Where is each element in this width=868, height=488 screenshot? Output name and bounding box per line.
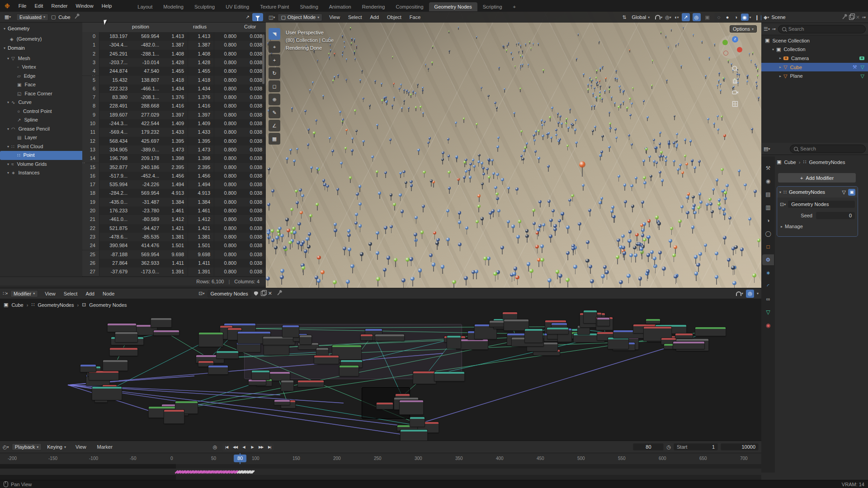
graph-node[interactable] (675, 333, 693, 338)
graph-node[interactable] (524, 328, 543, 343)
node-editor-type-icon[interactable]: ∷▾ (3, 291, 8, 296)
outliner-item-camera[interactable]: ▸Camera (761, 54, 868, 63)
properties-tab-object[interactable]: □ (762, 241, 774, 252)
table-row[interactable]: 2245.291-288.1...1.4081.4080.8000.038 (82, 50, 266, 58)
playback-dropdown[interactable]: Playback▾ (12, 443, 42, 450)
display-render-icon[interactable]: ▣ (848, 189, 855, 196)
shading-wireframe-button[interactable]: ◌ (715, 14, 723, 21)
graph-node[interactable] (251, 370, 270, 380)
properties-tab-physics[interactable]: ◜ (762, 281, 774, 291)
workspace-tab-uv-editing[interactable]: UV Editing (220, 2, 255, 11)
graph-node[interactable] (216, 351, 239, 359)
timeline-menu-view[interactable]: View (71, 441, 90, 453)
graph-node[interactable] (673, 341, 705, 349)
blender-logo-icon[interactable]: ❉ (0, 2, 14, 9)
graph-node[interactable] (339, 365, 359, 376)
timeline-editor-type-icon[interactable]: ◴▾ (3, 444, 9, 450)
add-primitive-tool[interactable]: ▦ (269, 133, 280, 145)
table-row[interactable]: 23-478.6...-85.5351.3811.3810.8000.038 (82, 233, 266, 241)
table-row[interactable]: 20176.233-23.7801.4611.4610.8000.038 (82, 206, 266, 215)
node-overlay-dropdown[interactable]: ▾ (757, 291, 759, 296)
graph-node[interactable] (103, 360, 127, 371)
table-row[interactable]: 3-203.7...-10.0141.4281.4280.8000.038 (82, 58, 266, 67)
play-button[interactable]: ▶ (248, 443, 257, 451)
table-row[interactable]: 783.380-208.1...1.3761.3760.8000.038 (82, 93, 266, 102)
timeline-tracks[interactable] (0, 464, 761, 480)
frame-end-field[interactable]: 10000 (721, 443, 759, 450)
properties-tab-constraints[interactable]: ∞ (762, 294, 774, 305)
graph-node[interactable] (153, 330, 179, 336)
node-tree-name-field[interactable]: Geometry Nodes (208, 290, 251, 297)
properties-tab-particles[interactable]: ∗ (762, 267, 774, 278)
viewport-menu-face[interactable]: Face (406, 12, 425, 23)
table-row[interactable]: 10-244.3...422.5441.4091.4090.8000.038 (82, 119, 266, 128)
menubar-item-render[interactable]: Render (47, 0, 71, 12)
orientation-dropdown[interactable]: Global▾ (629, 14, 652, 20)
graph-node[interactable] (164, 409, 184, 424)
outliner-item-cube[interactable]: ▸▽Cube⚒▽ (761, 63, 868, 72)
table-row[interactable]: 17535.994-24.2261.4941.4940.8000.038 (82, 180, 266, 189)
graph-node[interactable] (248, 379, 267, 385)
viewport-editor-type-icon[interactable]: ◫▾ (269, 14, 275, 20)
properties-tab-tool[interactable]: ⚒ (762, 163, 774, 174)
table-row[interactable]: 16-517.9...-452.4...1.4561.4560.8000.038 (82, 172, 266, 180)
workspace-tab-+[interactable]: + (508, 2, 521, 11)
gizmo-axis-neg[interactable] (723, 51, 728, 56)
gizmo-axis-y[interactable] (722, 40, 728, 45)
table-row[interactable]: 22521.875-94.4271.4211.4210.8000.038 (82, 224, 266, 233)
rotate-tool[interactable]: ↻ (269, 67, 280, 79)
graph-node[interactable] (151, 318, 172, 328)
add-modifier-button[interactable]: +Add Modifier (778, 173, 856, 183)
show-gizmo-toggle[interactable]: ↗ (682, 13, 690, 21)
properties-tab-modifiers[interactable]: ⚙ (762, 254, 774, 265)
graph-node[interactable] (608, 337, 628, 349)
column-position[interactable]: position (132, 24, 149, 29)
outliner-item-collection[interactable]: ▾▣Collection (761, 45, 868, 54)
expand-icon[interactable]: ▸ (779, 65, 781, 69)
expand-icon[interactable]: ▾ (772, 47, 774, 52)
gizmo-axis-z[interactable]: Z (732, 36, 738, 42)
table-row[interactable]: 9189.607277.0291.3971.3970.8000.038 (82, 111, 266, 119)
table-row[interactable]: 14196.798209.1781.3981.3980.8000.038 (82, 154, 266, 163)
prev-keyframe-button[interactable]: ◀◀ (231, 443, 240, 451)
graph-node[interactable] (399, 400, 424, 415)
graph-node[interactable] (646, 319, 660, 324)
graph-node[interactable] (208, 365, 228, 374)
node-menu-node[interactable]: Node (99, 288, 118, 299)
table-row[interactable]: 515.432138.8071.4181.4180.8000.038 (82, 76, 266, 84)
viewport-menu-object[interactable]: Object (383, 12, 406, 23)
expand-icon[interactable]: ▾ (779, 190, 781, 194)
table-row[interactable]: 11-569.4...179.2321.4331.4330.8000.038 (82, 128, 266, 136)
scene-copy-icon[interactable] (849, 15, 854, 20)
play-reverse-button[interactable]: ◀ (240, 443, 248, 451)
workspace-tab-rendering[interactable]: Rendering (357, 2, 391, 11)
node-group-icon[interactable]: ⊡▾ (780, 202, 786, 207)
graph-node[interactable] (597, 317, 610, 326)
show-overlays-toggle[interactable]: ◎ (693, 13, 701, 21)
properties-tab-material[interactable]: ◉ (762, 320, 774, 331)
table-row[interactable]: 21-461.0...-80.5891.4121.4120.8000.038 (82, 215, 266, 224)
outliner-item-scene-collection[interactable]: ▣Scene Collection (761, 36, 868, 45)
table-row[interactable]: 13334.905-389.0...1.4731.4730.8000.038 (82, 145, 266, 154)
workspace-tab-sculpting[interactable]: Sculpting (189, 2, 220, 11)
pin-icon[interactable] (75, 15, 78, 19)
viewport-menu-view[interactable]: View (325, 12, 344, 23)
table-row[interactable]: 27-37.679-173.0...1.3911.3910.8000.038 (82, 267, 266, 276)
table-row[interactable]: 24390.984414.4761.5011.5010.8000.038 (82, 241, 266, 250)
current-frame-field[interactable]: 80 (633, 443, 664, 450)
node-graph[interactable] (0, 299, 761, 441)
table-row[interactable]: 15352.877240.1862.3952.3950.8000.038 (82, 163, 266, 172)
node-menu-add[interactable]: Add (81, 288, 99, 299)
shading-rendered-button[interactable]: ◉ (741, 14, 749, 21)
column-color[interactable]: Color (244, 24, 256, 29)
mesh-data-icon[interactable]: ▽ (861, 64, 864, 70)
cursor-tool[interactable]: ⌖ (269, 41, 280, 53)
table-row[interactable]: 4244.87447.5401.4551.4550.8000.038 (82, 67, 266, 75)
options-dropdown[interactable]: Options▾ (730, 25, 757, 33)
breadcrumb-modifier[interactable]: GeometryNodes (809, 160, 845, 165)
shading-material-button[interactable]: ◑ (732, 14, 740, 21)
table-row[interactable]: 6222.323-466.1...1.4341.4340.8000.038 (82, 84, 266, 93)
nodegroup-icon[interactable]: ⊡▾ (198, 291, 204, 296)
node-group-field[interactable]: Geometry Nodes (788, 201, 855, 208)
manage-section[interactable]: ▸ Manage (777, 222, 858, 231)
